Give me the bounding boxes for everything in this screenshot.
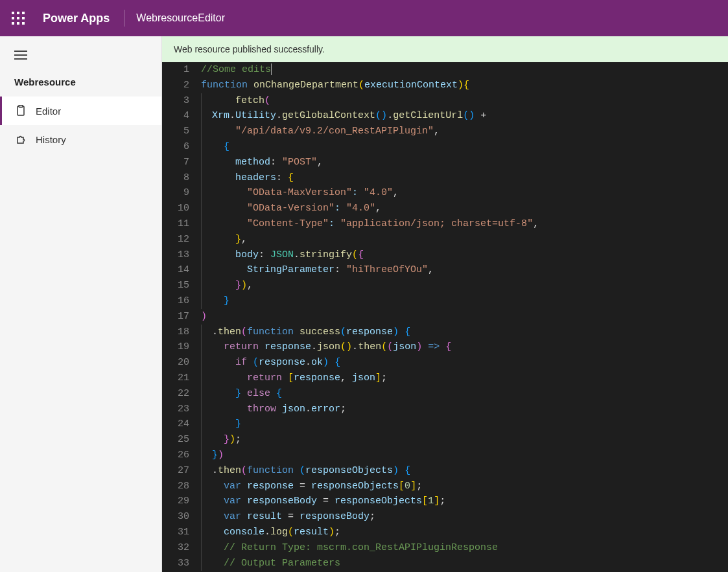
sidebar-item-history[interactable]: History [0, 125, 161, 154]
code-editor[interactable]: 1234567891011121314151617181920212223242… [162, 62, 728, 572]
svg-rect-4 [17, 17, 19, 19]
svg-rect-5 [22, 17, 25, 19]
svg-rect-0 [12, 12, 14, 14]
clipboard-icon [15, 105, 27, 117]
hamburger-icon[interactable] [0, 36, 161, 74]
sidebar-section-title: Webresource [0, 74, 161, 97]
sidebar: Webresource Editor History [0, 36, 162, 572]
svg-rect-2 [22, 12, 25, 14]
svg-rect-13 [19, 106, 23, 108]
top-header: Power Apps WebresourceEditor [0, 0, 728, 36]
sidebar-item-label: Editor [36, 106, 61, 117]
code-area[interactable]: //Some editsfunction onChangeDepartment(… [201, 62, 728, 572]
line-gutter: 1234567891011121314151617181920212223242… [162, 62, 201, 572]
svg-rect-3 [12, 17, 14, 19]
app-title: Power Apps [43, 12, 110, 25]
svg-rect-7 [17, 22, 19, 25]
svg-rect-6 [12, 22, 14, 25]
sidebar-item-editor[interactable]: Editor [0, 97, 161, 125]
success-banner: Web resource published successfully. [162, 36, 728, 62]
svg-rect-10 [14, 54, 27, 56]
waffle-icon[interactable] [12, 12, 25, 25]
svg-rect-11 [14, 58, 27, 60]
svg-rect-1 [17, 12, 19, 14]
content: Web resource published successfully. 123… [162, 36, 728, 572]
svg-rect-8 [22, 22, 25, 25]
svg-rect-9 [14, 51, 27, 52]
header-divider [124, 10, 124, 27]
main-area: Webresource Editor History Web resource … [0, 36, 728, 572]
page-title: WebresourceEditor [136, 12, 225, 24]
puzzle-icon [15, 133, 27, 145]
sidebar-item-label: History [36, 134, 66, 145]
